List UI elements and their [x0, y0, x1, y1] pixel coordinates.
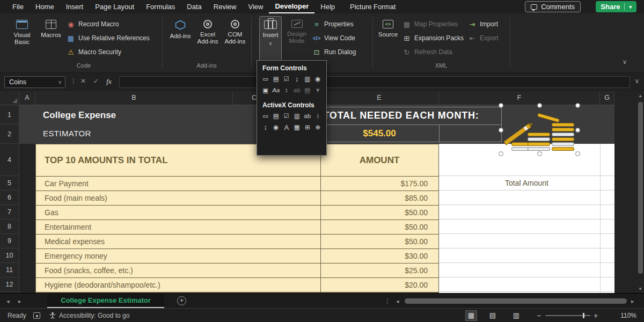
cell[interactable] [439, 248, 614, 263]
zoom-in-button[interactable]: + [594, 311, 598, 320]
cell[interactable] [439, 277, 614, 292]
activex-option-button-icon[interactable]: ◉ [272, 123, 281, 132]
cell[interactable] [439, 205, 614, 219]
accessibility-status[interactable]: Accessibility: Good to go [59, 312, 129, 319]
cell[interactable] [439, 263, 614, 277]
tab-page-layout[interactable]: Page Layout [89, 0, 140, 13]
horizontal-scrollbar-thumb[interactable] [405, 298, 627, 304]
zoom-level[interactable]: 110% [609, 312, 636, 319]
tab-home[interactable]: Home [30, 0, 60, 13]
row-header-12[interactable]: 12 [0, 277, 19, 292]
expense-name-cell[interactable]: Hygiene (deodorant/shampoo/etc.) [36, 278, 320, 292]
expense-name-cell[interactable]: Food (snacks, coffee, etc.) [36, 264, 320, 277]
tab-data[interactable]: Data [181, 0, 207, 13]
selection-handle[interactable] [575, 151, 580, 156]
row-header-7[interactable]: 7 [0, 205, 19, 219]
coins-picture[interactable] [501, 105, 578, 155]
sheet-nav-right-icon[interactable]: ▸ [18, 294, 21, 309]
activex-command-button-icon[interactable]: ▭ [261, 112, 270, 121]
activex-spin-button-icon[interactable]: ↨ [261, 123, 270, 132]
expense-name-cell[interactable]: Food (main meals) [36, 191, 320, 205]
share-button[interactable]: Share ▾ [596, 1, 636, 12]
add-ins-button[interactable]: Add-ins [167, 16, 193, 61]
scroll-up-icon[interactable]: ▴ [636, 93, 644, 98]
selection-handle[interactable] [499, 128, 503, 133]
vertical-scrollbar-thumb[interactable] [638, 102, 643, 274]
tab-review[interactable]: Review [208, 0, 243, 13]
row-header-4[interactable]: 4 [0, 144, 19, 176]
row-header-8[interactable]: 8 [0, 219, 19, 234]
form-combo-box-icon[interactable]: ▤ [272, 75, 281, 84]
form-check-box-icon[interactable]: ☑ [282, 75, 291, 84]
row-header-1[interactable]: 1 [0, 105, 19, 125]
row-header-11[interactable]: 11 [0, 263, 19, 277]
row-header-6[interactable]: 6 [0, 191, 19, 205]
macros-button[interactable]: Macros [39, 16, 63, 61]
tab-file[interactable]: File [6, 0, 30, 13]
zoom-out-button[interactable]: − [537, 311, 541, 320]
form-button-icon[interactable]: ▭ [261, 75, 270, 84]
row-header-5[interactable]: 5 [0, 176, 19, 191]
formula-input[interactable] [119, 76, 630, 88]
page-break-view-button[interactable]: ▥ [511, 311, 522, 320]
enter-button[interactable]: ✓ [91, 77, 101, 85]
tab-developer[interactable]: Developer [269, 0, 314, 13]
form-option-button-icon[interactable]: ◉ [313, 75, 323, 84]
activex-more-controls-icon[interactable]: ⊕ [313, 123, 323, 132]
activex-text-box-icon[interactable]: ab [303, 112, 312, 121]
column-header-f[interactable]: F [439, 91, 600, 105]
select-all-corner[interactable] [0, 91, 19, 105]
tab-options-icon[interactable]: ⋮ [384, 294, 391, 309]
expense-amount-cell[interactable]: $50.00 [320, 220, 438, 234]
expense-name-cell[interactable]: Entertainment [36, 220, 320, 234]
row-header-9[interactable]: 9 [0, 234, 19, 248]
visual-basic-button[interactable]: Visual Basic [6, 16, 38, 61]
zoom-slider-thumb[interactable] [583, 313, 584, 318]
selection-handle[interactable] [499, 103, 503, 108]
form-scroll-bar-icon[interactable]: ↕ [282, 86, 291, 95]
normal-view-button[interactable]: ▦ [466, 311, 477, 320]
column-header-g[interactable]: G [600, 91, 614, 105]
activex-image-icon[interactable]: ▦ [292, 123, 302, 132]
hscroll-right-icon[interactable]: ▸ [631, 294, 634, 309]
tab-insert[interactable]: Insert [60, 0, 90, 13]
insert-function-button[interactable]: fx [104, 77, 114, 86]
tab-formulas[interactable]: Formulas [140, 0, 181, 13]
activex-combo-box-icon[interactable]: ▤ [272, 112, 281, 121]
expense-amount-cell[interactable]: $30.00 [320, 249, 438, 263]
expense-name-cell[interactable]: Medical expenses [36, 235, 320, 248]
macro-record-icon[interactable] [33, 312, 40, 319]
selection-handle[interactable] [575, 103, 580, 108]
tab-picture-format[interactable]: Picture Format [344, 0, 401, 13]
column-header-e[interactable]: E [320, 91, 439, 105]
activex-scroll-bar-icon[interactable]: ↕ [313, 112, 323, 121]
macro-security-button[interactable]: ⚠ Macro Security [67, 46, 121, 58]
form-list-box-icon[interactable]: ▥ [303, 75, 312, 84]
expense-amount-cell[interactable]: $25.00 [320, 264, 438, 277]
excel-add-ins-button[interactable]: Excel Add-ins [194, 16, 221, 61]
import-button[interactable]: ⇥ Import [468, 18, 498, 30]
activex-check-box-icon[interactable]: ☑ [282, 112, 291, 121]
tab-help[interactable]: Help [314, 0, 341, 13]
expense-amount-cell[interactable]: $20.00 [320, 278, 438, 292]
record-macro-button[interactable]: ◉ Record Macro [67, 18, 119, 30]
expense-name-cell[interactable]: Gas [36, 206, 320, 219]
collapse-ribbon-icon[interactable]: ∨ [623, 58, 627, 65]
column-header-b[interactable]: B [35, 91, 233, 105]
row-header-2[interactable]: 2 [0, 125, 19, 144]
hscroll-left-icon[interactable]: ◂ [396, 294, 399, 309]
new-sheet-button[interactable]: + [177, 296, 186, 305]
activex-label-icon[interactable]: A [282, 123, 291, 132]
expense-amount-cell[interactable]: $85.00 [320, 191, 438, 205]
comments-button[interactable]: Comments [525, 1, 581, 12]
workbook-subtitle-cell[interactable]: ESTIMATOR [43, 125, 91, 144]
cancel-button[interactable]: ✕ [78, 77, 88, 85]
expense-amount-cell[interactable]: $50.00 [320, 235, 438, 248]
column-header-a[interactable]: A [19, 91, 35, 105]
expand-formula-bar-icon[interactable]: ∨ [632, 77, 642, 85]
form-label-icon[interactable]: Aa [272, 86, 281, 95]
use-relative-references-button[interactable]: ▦ Use Relative References [67, 32, 150, 44]
selection-handle[interactable] [575, 128, 580, 133]
selection-handle[interactable] [537, 103, 542, 108]
sheet-tab-college-expense-estimator[interactable]: College Expense Estimator [47, 294, 164, 308]
